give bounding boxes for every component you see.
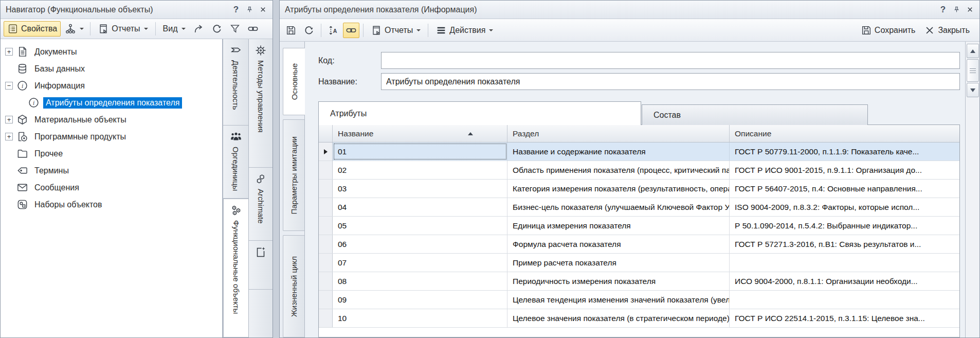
link-button[interactable] xyxy=(245,21,261,37)
close-icon[interactable] xyxy=(963,4,976,16)
cell-description[interactable]: ГОСТ Р 57271.3-2016, п.В1: Связь результ… xyxy=(730,235,959,253)
row-selector-cell[interactable] xyxy=(319,217,333,235)
tree-item-databases[interactable]: Базы данных xyxy=(4,60,222,77)
row-selector-cell[interactable] xyxy=(319,180,333,198)
collapse-icon[interactable] xyxy=(5,82,13,90)
cell-description[interactable]: ISO 9004-2009, п.8.3.2: Факторы, которые… xyxy=(730,198,959,216)
cell-description[interactable]: ИСО 9004-2000, п.8.1.1: Организации необ… xyxy=(730,272,959,290)
row-selector-cell[interactable] xyxy=(319,254,333,272)
properties-button[interactable]: Свойства xyxy=(4,21,61,37)
refresh-button[interactable] xyxy=(209,21,225,37)
cell-name[interactable]: 05 xyxy=(333,217,507,235)
table-row[interactable]: 07 Пример расчета показателя xyxy=(319,254,959,272)
pin-icon[interactable] xyxy=(950,4,963,16)
tab-lifecycle[interactable]: Жизненный цикл xyxy=(283,235,304,337)
cell-section[interactable]: Пример расчета показателя xyxy=(507,254,730,272)
cell-name[interactable]: 09 xyxy=(333,291,507,309)
cell-section[interactable]: Единица измерения показателя xyxy=(507,217,730,235)
row-selector-cell[interactable] xyxy=(319,198,333,216)
close-icon[interactable] xyxy=(256,4,269,16)
row-selector-cell[interactable] xyxy=(319,272,333,290)
column-header-section[interactable]: Раздел xyxy=(507,125,730,142)
table-row[interactable]: 01 Название и содержание показателя ГОСТ… xyxy=(319,143,959,161)
hierarchy-button[interactable] xyxy=(62,21,86,37)
tab-activity[interactable]: Деятельность xyxy=(223,39,248,126)
row-selector-cell[interactable] xyxy=(319,235,333,253)
table-row[interactable]: 05 Единица измерения показателя Р 50.1.0… xyxy=(319,217,959,235)
cell-description[interactable]: ГОСТ Р ИСО 9001-2015, п.9.1.1: Организац… xyxy=(730,161,959,179)
link-button-active[interactable] xyxy=(343,23,359,38)
name-input[interactable] xyxy=(381,73,960,90)
cell-name[interactable]: 07 xyxy=(333,254,507,272)
cell-name[interactable]: 01 xyxy=(333,143,507,161)
tab-main[interactable]: Основные xyxy=(283,48,305,115)
row-selector-cell[interactable] xyxy=(319,291,333,309)
cell-section[interactable]: Формула расчета показателя xyxy=(507,235,730,253)
cell-name[interactable]: 10 xyxy=(333,309,507,327)
table-row[interactable]: 04 Бизнес-цель показателя (улучшаемый Кл… xyxy=(319,198,959,217)
cell-description[interactable]: ГОСТ Р 56407-2015, п.4: Основные направл… xyxy=(730,180,959,198)
cell-section[interactable]: Целевое значения показателя (в стратегич… xyxy=(507,309,730,327)
tree-item-material-objects[interactable]: Материальные объекты xyxy=(4,111,222,128)
tab-org-units[interactable]: Оргединицы xyxy=(223,126,248,199)
help-icon[interactable]: ? xyxy=(229,4,243,16)
code-input[interactable] xyxy=(381,52,960,69)
tab-new-diagram[interactable] xyxy=(249,241,273,290)
tree-item-software-products[interactable]: Программные продукты xyxy=(4,128,222,145)
tree-item-information[interactable]: i Информация xyxy=(4,77,222,94)
refresh-button[interactable] xyxy=(301,23,317,38)
tab-simulation-parameters[interactable]: Параметры имитации xyxy=(283,119,304,231)
cell-description[interactable]: ГОСТ Р 50779.11-2000, п.1.1.9: Показател… xyxy=(730,143,959,161)
scroll-up-button[interactable] xyxy=(967,44,979,58)
table-row[interactable]: 03 Категория измерения показателя (резул… xyxy=(319,180,959,198)
expand-icon[interactable] xyxy=(5,116,13,123)
tree-item-messages[interactable]: Сообщения xyxy=(4,179,222,196)
tree-item-documents[interactable]: Документы xyxy=(4,43,222,60)
column-header-name[interactable]: Название xyxy=(333,125,507,142)
reports-button[interactable]: Отчеты xyxy=(94,21,151,37)
table-row[interactable]: 10 Целевое значения показателя (в страте… xyxy=(319,309,959,328)
cell-section[interactable]: Область применения показателя (процесс, … xyxy=(507,161,730,179)
expand-icon[interactable] xyxy=(5,48,13,56)
pin-icon[interactable] xyxy=(243,4,256,16)
cell-name[interactable]: 06 xyxy=(333,235,507,253)
reports-button[interactable]: Отчеты xyxy=(367,23,424,38)
cell-name[interactable]: 04 xyxy=(333,198,507,216)
expand-icon[interactable] xyxy=(5,133,13,140)
filter-button[interactable] xyxy=(227,21,243,37)
tree-item-other[interactable]: Прочее xyxy=(4,145,222,162)
tree-item-terms[interactable]: Термины xyxy=(4,162,222,179)
tree-item-attributes-selected[interactable]: i Атрибуты определения показателя xyxy=(4,94,222,111)
cell-section[interactable]: Бизнес-цель показателя (улучшаемый Ключе… xyxy=(507,198,730,216)
table-row[interactable]: 02 Область применения показателя (процес… xyxy=(319,161,959,180)
autofit-button[interactable]: A xyxy=(325,23,341,38)
cell-section[interactable]: Целевая тенденция изменения значений пок… xyxy=(507,291,730,309)
tab-composition[interactable]: Состав xyxy=(642,104,868,125)
tab-functional-objects[interactable]: Функциональные объекты xyxy=(223,199,248,337)
table-row[interactable]: 09 Целевая тенденция изменения значений … xyxy=(319,291,959,309)
table-row[interactable]: 08 Периодичность измерения показателя ИС… xyxy=(319,272,959,291)
view-button[interactable]: Вид xyxy=(159,22,189,35)
cell-name[interactable]: 02 xyxy=(333,161,507,179)
row-selector-cell[interactable] xyxy=(319,161,333,179)
tab-archimate[interactable]: Archimate xyxy=(249,168,273,241)
scroll-down-button[interactable] xyxy=(967,83,979,97)
cell-description[interactable] xyxy=(730,291,959,309)
row-selector-cell[interactable] xyxy=(319,309,333,327)
cell-name[interactable]: 03 xyxy=(333,180,507,198)
cell-name[interactable]: 08 xyxy=(333,272,507,290)
cell-description[interactable]: ГОСТ Р ИСО 22514.1-2015, п.3.1.15: Целев… xyxy=(730,309,959,327)
cell-description[interactable] xyxy=(730,254,959,272)
save-and-stay-button[interactable]: Сохранить xyxy=(857,23,919,38)
tab-management-methods[interactable]: Методы управления xyxy=(249,39,273,168)
scrollbar-thumb[interactable] xyxy=(967,59,979,82)
forward-button[interactable] xyxy=(191,21,207,37)
tree-item-object-sets[interactable]: Наборы объектов xyxy=(4,196,222,213)
vertical-scrollbar[interactable] xyxy=(965,42,979,337)
help-icon[interactable]: ? xyxy=(936,4,950,16)
cell-section[interactable]: Периодичность измерения показателя xyxy=(507,272,730,290)
cell-section[interactable]: Категория измерения показателя (результа… xyxy=(507,180,730,198)
cell-section[interactable]: Название и содержание показателя xyxy=(507,143,730,161)
close-editor-button[interactable]: Закрыть xyxy=(920,23,973,38)
table-row[interactable]: 06 Формула расчета показателя ГОСТ Р 572… xyxy=(319,235,959,254)
